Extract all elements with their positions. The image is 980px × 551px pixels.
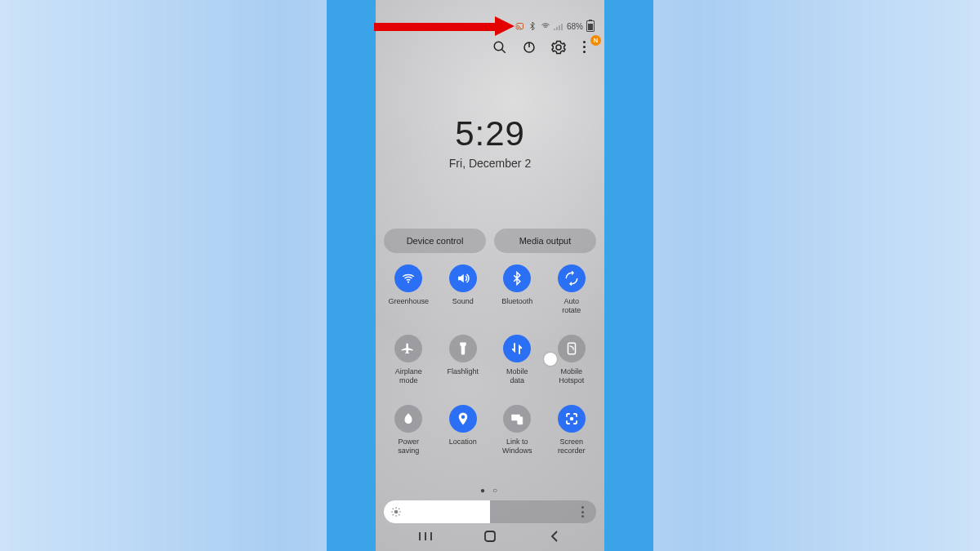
navigation-bar bbox=[376, 527, 604, 546]
page-indicator: ● ○ bbox=[376, 486, 604, 495]
tile-label: Auto rotate bbox=[562, 297, 581, 315]
tile-sound[interactable]: Sound bbox=[439, 264, 488, 315]
flashlight-icon bbox=[449, 335, 477, 362]
svg-rect-3 bbox=[568, 343, 575, 354]
quick-settings-grid: GreenhouseSoundBluetoothAuto rotateAirpl… bbox=[384, 264, 596, 455]
cast-icon bbox=[514, 21, 524, 31]
airplane-icon bbox=[394, 335, 422, 362]
svg-point-7 bbox=[394, 510, 399, 514]
svg-point-2 bbox=[408, 281, 409, 282]
tile-label: Link to Windows bbox=[502, 438, 532, 455]
link-windows-icon bbox=[503, 405, 531, 433]
tile-label: Flashlight bbox=[447, 367, 479, 385]
tile-label: Screen recorder bbox=[558, 438, 586, 455]
location-icon bbox=[449, 405, 477, 433]
media-output-button[interactable]: Media output bbox=[494, 229, 596, 253]
hotspot-icon bbox=[558, 335, 586, 362]
tile-label: Airplane mode bbox=[395, 367, 422, 385]
screen-rec-icon bbox=[558, 405, 586, 433]
power-button[interactable] bbox=[521, 39, 537, 56]
panel-top-actions: N bbox=[492, 39, 595, 56]
tile-flashlight[interactable]: Flashlight bbox=[439, 335, 488, 385]
tile-label: Greenhouse bbox=[388, 297, 429, 315]
wifi-icon bbox=[541, 21, 550, 31]
nav-home-button[interactable] bbox=[475, 528, 505, 544]
phone-screen: 68% N 5:29 Fri, December 2 Device contro… bbox=[376, 0, 604, 551]
auto-rotate-icon bbox=[558, 264, 586, 292]
battery-percent-text: 68% bbox=[567, 22, 583, 31]
tile-screen-rec[interactable]: Screen recorder bbox=[547, 405, 597, 455]
tile-wifi[interactable]: Greenhouse bbox=[384, 264, 434, 315]
settings-button[interactable] bbox=[550, 39, 567, 56]
tile-airplane[interactable]: Airplane mode bbox=[384, 335, 434, 385]
tile-label: Sound bbox=[452, 297, 474, 315]
brightness-icon bbox=[390, 506, 402, 518]
clock-block: 5:29 Fri, December 2 bbox=[376, 114, 604, 170]
brightness-more-button[interactable] bbox=[577, 506, 588, 518]
signal-icon bbox=[554, 22, 564, 30]
nav-back-button[interactable] bbox=[540, 528, 569, 544]
search-button[interactable] bbox=[492, 39, 508, 56]
tile-bluetooth[interactable]: Bluetooth bbox=[492, 264, 542, 315]
tile-label: Mobile data bbox=[506, 367, 528, 385]
tile-location[interactable]: Location bbox=[439, 405, 488, 455]
status-bar: 68% bbox=[514, 20, 595, 33]
mobile-data-icon bbox=[503, 335, 531, 362]
clock-date: Fri, December 2 bbox=[376, 157, 604, 170]
clock-time: 5:29 bbox=[376, 114, 604, 153]
sound-icon bbox=[449, 264, 477, 292]
device-control-button[interactable]: Device control bbox=[384, 229, 486, 253]
tile-auto-rotate[interactable]: Auto rotate bbox=[547, 264, 597, 315]
annotation-arrow bbox=[374, 16, 517, 38]
tile-label: Bluetooth bbox=[501, 297, 532, 315]
wifi-icon bbox=[394, 264, 422, 292]
frame-bar-right bbox=[604, 0, 653, 551]
tile-link-windows[interactable]: Link to Windows bbox=[492, 405, 542, 455]
hotspot-toggle-dot bbox=[544, 353, 557, 366]
svg-point-0 bbox=[494, 42, 503, 51]
bluetooth-icon bbox=[503, 264, 531, 292]
svg-rect-8 bbox=[485, 531, 495, 541]
nav-recent-button[interactable] bbox=[411, 528, 440, 544]
notification-badge: N bbox=[590, 35, 601, 46]
brightness-slider[interactable] bbox=[384, 500, 596, 523]
bluetooth-icon bbox=[528, 21, 537, 31]
frame-bar-left bbox=[327, 0, 376, 551]
svg-point-6 bbox=[570, 417, 574, 421]
more-button[interactable]: N bbox=[580, 40, 595, 55]
battery-icon bbox=[586, 20, 595, 32]
tile-power-saving[interactable]: Power saving bbox=[384, 405, 434, 455]
tile-mobile-data[interactable]: Mobile data bbox=[492, 335, 542, 385]
power-saving-icon bbox=[394, 405, 422, 433]
tile-label: Power saving bbox=[398, 438, 419, 455]
tile-hotspot[interactable]: Mobile Hotspot bbox=[547, 335, 597, 385]
tile-label: Mobile Hotspot bbox=[559, 367, 584, 385]
tile-label: Location bbox=[449, 438, 477, 455]
svg-rect-5 bbox=[518, 417, 523, 424]
